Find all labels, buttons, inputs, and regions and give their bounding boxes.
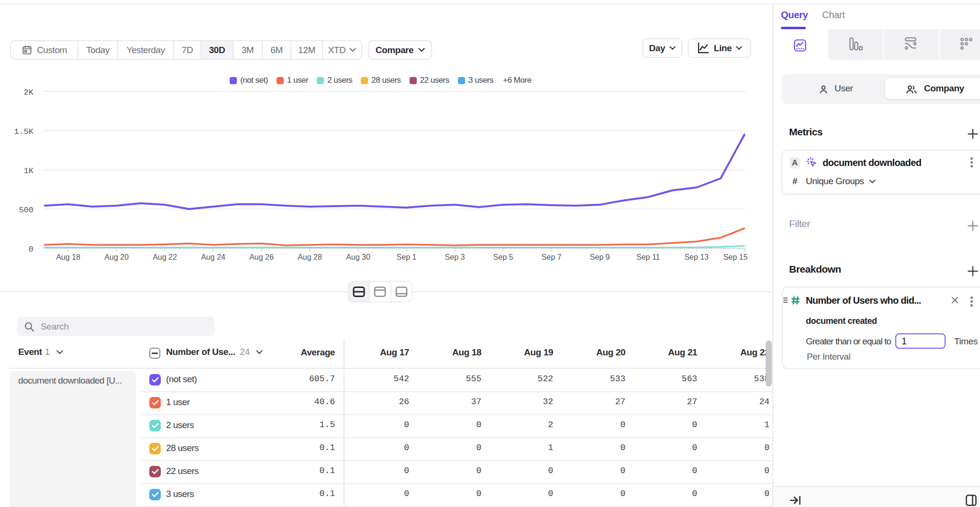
svg-text:Aug 24: Aug 24 <box>201 253 225 261</box>
svg-text:Aug 22: Aug 22 <box>153 253 177 261</box>
svg-text:Sep 15: Sep 15 <box>724 253 748 261</box>
svg-text:Aug 26: Aug 26 <box>249 253 274 261</box>
svg-text:1.5K: 1.5K <box>14 127 34 136</box>
svg-text:Sep 9: Sep 9 <box>590 253 610 261</box>
svg-text:Aug 28: Aug 28 <box>298 253 322 261</box>
svg-text:Sep 7: Sep 7 <box>542 253 562 261</box>
svg-text:Sep 5: Sep 5 <box>493 253 513 261</box>
svg-text:500: 500 <box>19 206 33 215</box>
svg-text:1K: 1K <box>24 166 34 176</box>
svg-text:0: 0 <box>29 245 33 254</box>
svg-text:Sep 3: Sep 3 <box>445 253 465 261</box>
svg-text:Aug 20: Aug 20 <box>104 253 129 261</box>
svg-text:Sep 11: Sep 11 <box>636 253 660 261</box>
svg-text:Sep 1: Sep 1 <box>397 253 417 261</box>
svg-text:Sep 13: Sep 13 <box>684 253 709 261</box>
svg-text:Aug 18: Aug 18 <box>56 253 80 261</box>
svg-text:2K: 2K <box>24 88 34 97</box>
svg-text:Aug 30: Aug 30 <box>346 253 370 261</box>
